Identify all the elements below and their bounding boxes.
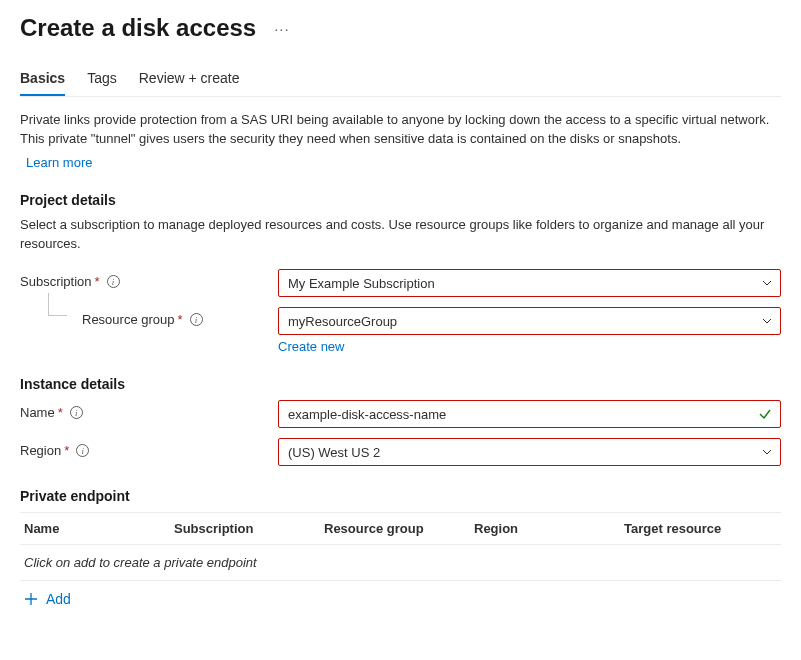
resource-group-select[interactable]: myResourceGroup xyxy=(278,307,781,335)
endpoint-table: Name Subscription Resource group Region … xyxy=(20,512,781,617)
intro-text: Private links provide protection from a … xyxy=(20,111,781,149)
name-input[interactable]: example-disk-access-name xyxy=(278,400,781,428)
subscription-label: Subscription xyxy=(20,274,92,289)
col-subscription: Subscription xyxy=(174,521,324,536)
col-target-resource: Target resource xyxy=(624,521,777,536)
tabs: Basics Tags Review + create xyxy=(20,70,781,97)
info-icon[interactable]: i xyxy=(107,275,120,288)
more-actions-icon[interactable]: ··· xyxy=(272,18,292,39)
chevron-down-icon xyxy=(762,278,772,288)
resource-group-label: Resource group xyxy=(82,312,175,327)
name-value: example-disk-access-name xyxy=(288,407,446,422)
add-label: Add xyxy=(46,591,71,607)
col-resource-group: Resource group xyxy=(324,521,474,536)
private-endpoint-heading: Private endpoint xyxy=(20,488,781,504)
page-title: Create a disk access xyxy=(20,14,256,42)
region-value: (US) West US 2 xyxy=(288,445,380,460)
tab-review-create[interactable]: Review + create xyxy=(139,70,240,96)
required-indicator: * xyxy=(64,443,69,458)
required-indicator: * xyxy=(178,312,183,327)
project-details-desc: Select a subscription to manage deployed… xyxy=(20,216,781,254)
info-icon[interactable]: i xyxy=(76,444,89,457)
name-label: Name xyxy=(20,405,55,420)
project-details-heading: Project details xyxy=(20,192,781,208)
create-new-link[interactable]: Create new xyxy=(278,339,344,354)
plus-icon xyxy=(24,592,38,606)
subscription-value: My Example Subscription xyxy=(288,276,435,291)
chevron-down-icon xyxy=(762,316,772,326)
subscription-select[interactable]: My Example Subscription xyxy=(278,269,781,297)
region-label: Region xyxy=(20,443,61,458)
required-indicator: * xyxy=(58,405,63,420)
instance-details-heading: Instance details xyxy=(20,376,781,392)
learn-more-link[interactable]: Learn more xyxy=(26,155,92,170)
col-name: Name xyxy=(24,521,174,536)
add-endpoint-button[interactable]: Add xyxy=(20,581,781,617)
endpoint-empty-row: Click on add to create a private endpoin… xyxy=(20,545,781,581)
col-region: Region xyxy=(474,521,624,536)
info-icon[interactable]: i xyxy=(190,313,203,326)
required-indicator: * xyxy=(95,274,100,289)
check-icon xyxy=(758,407,772,421)
tab-basics[interactable]: Basics xyxy=(20,70,65,96)
info-icon[interactable]: i xyxy=(70,406,83,419)
chevron-down-icon xyxy=(762,447,772,457)
tab-tags[interactable]: Tags xyxy=(87,70,117,96)
region-select[interactable]: (US) West US 2 xyxy=(278,438,781,466)
resource-group-value: myResourceGroup xyxy=(288,314,397,329)
